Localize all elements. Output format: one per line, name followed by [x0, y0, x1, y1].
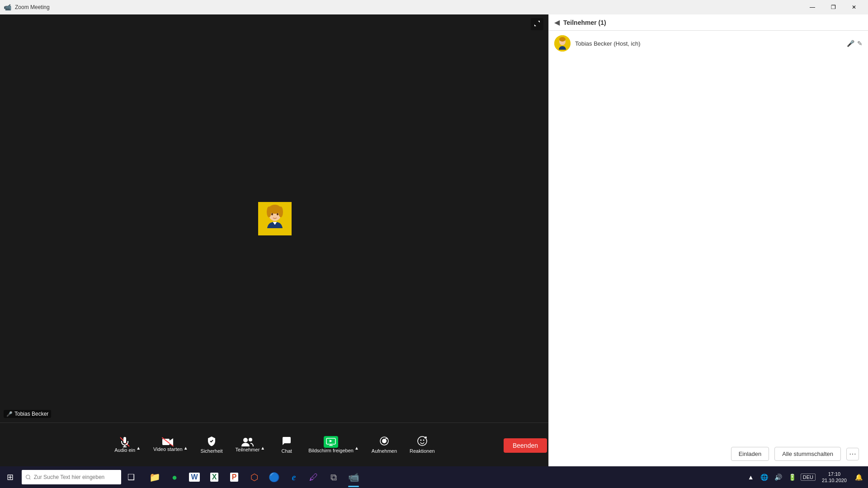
taskbar-search-input[interactable] [34, 474, 118, 480]
battery-icon[interactable]: 🔋 [787, 473, 798, 482]
participant-list-item: Tobias Becker (Host, ich) 🎤 ✎ [549, 31, 868, 56]
video-main[interactable]: Video starten [153, 437, 183, 452]
svg-point-22 [420, 440, 421, 441]
excel-button[interactable]: X [204, 466, 224, 488]
powerpoint-icon: P [230, 473, 239, 482]
file-explorer-button[interactable]: 📁 [145, 466, 165, 488]
svg-point-14 [249, 438, 252, 441]
video-button[interactable]: Video starten ▲ [149, 435, 193, 455]
avatar-image [258, 202, 292, 235]
network-icon[interactable]: 🌐 [759, 473, 770, 482]
sidebar-bottom-buttons: Einladen Alle stummschalten ⋯ [731, 447, 859, 461]
language-badge: DEU [801, 474, 816, 481]
svg-line-29 [29, 478, 30, 479]
share-icon [324, 436, 338, 448]
chat-label: Chat [282, 448, 292, 454]
sidebar-title: Teilnehmer (1) [563, 19, 606, 26]
system-tray-expand[interactable]: ▲ [746, 473, 756, 482]
start-button[interactable]: ⊞ [0, 466, 20, 488]
audio-button[interactable]: Audio ein ▲ [110, 434, 145, 455]
notifications-icon[interactable]: 🔔 [853, 473, 864, 482]
svg-point-27 [559, 37, 566, 42]
invite-button[interactable]: Einladen [731, 447, 769, 461]
svg-point-4 [278, 206, 283, 217]
word-button[interactable]: W [184, 466, 204, 488]
participants-icon [241, 437, 254, 447]
record-icon [379, 436, 390, 446]
record-button[interactable]: Aufnehmen [367, 433, 401, 456]
svg-marker-18 [330, 440, 332, 442]
chrome-button[interactable]: 🔵 [264, 466, 284, 488]
word-icon: W [189, 473, 199, 482]
search-icon [25, 474, 31, 480]
restore-button[interactable]: ❐ [823, 0, 844, 14]
svg-point-5 [271, 213, 273, 215]
powerpoint-button[interactable]: P [224, 466, 244, 488]
participants-main[interactable]: Teilnehmer [236, 437, 260, 452]
zoom-icon: 📹 [4, 4, 11, 11]
svg-point-28 [26, 475, 30, 479]
window-controls[interactable]: — ❐ ✕ [802, 0, 864, 14]
sidebar-more-button[interactable]: ⋯ [846, 448, 859, 460]
share-chevron[interactable]: ▲ [354, 446, 359, 450]
svg-point-13 [243, 438, 248, 442]
share-label: Bildschirm freigeben [308, 448, 354, 453]
window-title: Zoom Meeting [15, 4, 50, 10]
spotify-button[interactable]: ● [165, 466, 184, 488]
title-bar: 📹 Zoom Meeting — ❐ ✕ [0, 0, 868, 14]
audio-main[interactable]: Audio ein [114, 436, 135, 453]
svg-point-24 [425, 436, 427, 438]
security-icon [206, 436, 217, 446]
clock-time: 17:10 [822, 471, 847, 477]
svg-point-6 [277, 213, 278, 215]
security-button[interactable]: Sicherheit [196, 433, 227, 456]
participant-photo [554, 35, 571, 52]
reactions-button[interactable]: Reaktionen [405, 433, 439, 456]
audio-label: Audio ein [114, 447, 135, 453]
video-chevron[interactable]: ▲ [184, 446, 188, 450]
participants-chevron[interactable]: ▲ [260, 446, 265, 450]
share-screen-button[interactable]: Bildschirm freigeben ▲ [304, 433, 363, 456]
participants-button[interactable]: Teilnehmer ▲ [231, 434, 270, 455]
sidebar-header: ◀ Teilnehmer (1) [549, 14, 868, 31]
chat-button[interactable]: Chat [273, 433, 300, 456]
minimize-button[interactable]: — [802, 0, 823, 14]
participant-action-icons: 🎤 ✎ [847, 40, 863, 47]
windows-logo: ⊞ [7, 472, 14, 482]
chrome-icon: 🔵 [269, 472, 280, 483]
participant-mic-icon: 🎤 [847, 40, 854, 47]
svg-point-23 [423, 440, 424, 441]
taskbar-apps: 📁 ● W X P ⬡ 🔵 e 🖊 ⧉ 📹 [141, 466, 742, 488]
participant-name-label: 🎤 Tobias Becker [4, 410, 51, 418]
meeting-toolbar: Audio ein ▲ Video starten ▲ Sicherheit [0, 422, 549, 466]
edge-icon: e [292, 472, 296, 483]
app-button-1[interactable]: ⬡ [244, 466, 264, 488]
reactions-label: Reaktionen [410, 448, 435, 454]
app-button-3[interactable]: ⧉ [324, 466, 344, 488]
mute-indicator: 🎤 [6, 411, 13, 417]
taskbar-clock[interactable]: 17:10 21.10.2020 [818, 471, 850, 484]
video-label: Video starten [153, 446, 183, 452]
volume-icon[interactable]: 🔊 [773, 473, 784, 482]
app2-icon: 🖊 [309, 472, 318, 483]
participants-panel: ◀ Teilnehmer (1) Tobias Becker (Host, ic… [548, 14, 868, 466]
svg-point-20 [382, 439, 387, 443]
taskbar-search[interactable] [22, 470, 121, 484]
share-main[interactable]: Bildschirm freigeben [308, 436, 354, 453]
zoom-taskbar-button[interactable]: 📹 [344, 466, 363, 488]
audio-chevron[interactable]: ▲ [136, 446, 141, 450]
mute-all-button[interactable]: Alle stummschalten [774, 447, 841, 461]
chat-icon [281, 436, 292, 446]
end-meeting-button[interactable]: Beenden [504, 438, 547, 453]
record-label: Aufnehmen [372, 448, 397, 454]
participant-display-name: Tobias Becker [14, 411, 48, 417]
app-button-2[interactable]: 🖊 [304, 466, 324, 488]
expand-button[interactable] [531, 18, 543, 30]
zoom-taskbar-icon: 📹 [348, 472, 359, 483]
sidebar-collapse-button[interactable]: ◀ [554, 18, 560, 27]
task-view-button[interactable]: ❑ [121, 466, 141, 488]
edge-button[interactable]: e [284, 466, 304, 488]
close-button[interactable]: ✕ [844, 0, 864, 14]
video-icon [162, 437, 174, 446]
excel-icon: X [210, 473, 219, 482]
